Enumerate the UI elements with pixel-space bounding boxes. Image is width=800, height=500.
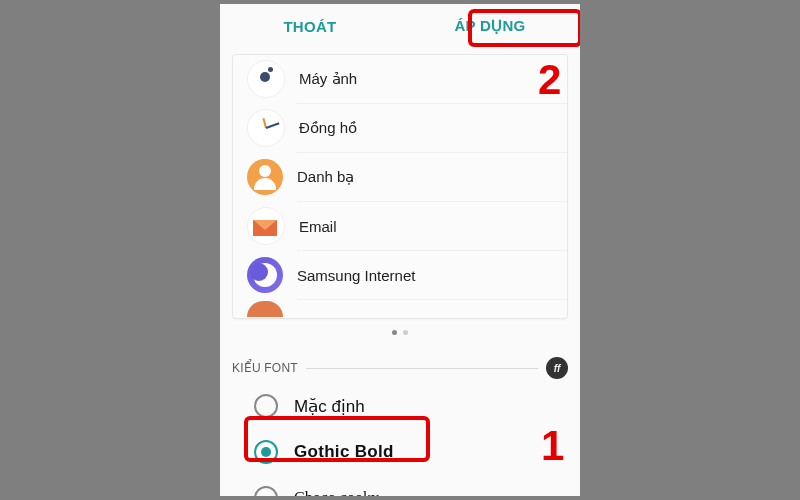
- app-row-clock: Đồng hồ: [233, 104, 567, 152]
- app-label: Danh bạ: [297, 168, 567, 186]
- email-icon: [247, 207, 285, 245]
- font-option-choco-cooky[interactable]: Choco cooky: [220, 475, 580, 496]
- section-title: KIỂU FONT: [232, 361, 298, 375]
- apply-button[interactable]: ÁP DỤNG: [400, 4, 580, 48]
- camera-icon: [247, 60, 285, 98]
- font-option-label: Gothic Bold: [294, 442, 394, 462]
- phone-screen: THOÁT ÁP DỤNG Máy ảnh Đồng hồ Danh bạ Em…: [220, 4, 580, 496]
- radio-selected-icon: [254, 440, 278, 464]
- exit-button[interactable]: THOÁT: [220, 4, 400, 48]
- font-option-label: Choco cooky: [294, 489, 379, 496]
- app-label: Máy ảnh: [299, 70, 567, 88]
- dot-inactive: [403, 330, 408, 335]
- clock-icon: [247, 109, 285, 147]
- header-bar: THOÁT ÁP DỤNG: [220, 4, 580, 48]
- app-label: Email: [299, 218, 567, 235]
- app-label: Đồng hồ: [299, 119, 567, 137]
- page-indicator: [220, 319, 580, 345]
- screenshot-outer: THOÁT ÁP DỤNG Máy ảnh Đồng hồ Danh bạ Em…: [0, 0, 800, 500]
- app-row-partial: [233, 300, 567, 318]
- contacts-icon: [247, 159, 283, 195]
- font-section-header: KIỂU FONT ff: [220, 353, 580, 383]
- app-row-contacts: Danh bạ: [233, 153, 567, 201]
- annotation-number-2: 2: [538, 56, 561, 104]
- font-option-default[interactable]: Mặc định: [220, 383, 580, 429]
- font-option-gothic-bold[interactable]: Gothic Bold: [220, 429, 580, 475]
- font-option-label: Mặc định: [294, 396, 365, 417]
- browser-icon: [247, 257, 283, 293]
- app-row-browser: Samsung Internet: [233, 251, 567, 299]
- divider-line: [306, 368, 538, 369]
- font-options-list: Mặc định Gothic Bold Choco cooky: [220, 383, 580, 496]
- app-row-camera: Máy ảnh: [233, 55, 567, 103]
- radio-icon: [254, 486, 278, 496]
- app-row-email: Email: [233, 202, 567, 250]
- font-preview-card: Máy ảnh Đồng hồ Danh bạ Email Samsung In…: [232, 54, 568, 319]
- ifont-badge-icon[interactable]: ff: [546, 357, 568, 379]
- app-label: Samsung Internet: [297, 267, 567, 284]
- dot-active: [392, 330, 397, 335]
- partial-icon: [247, 301, 283, 317]
- annotation-number-1: 1: [541, 422, 564, 470]
- radio-icon: [254, 394, 278, 418]
